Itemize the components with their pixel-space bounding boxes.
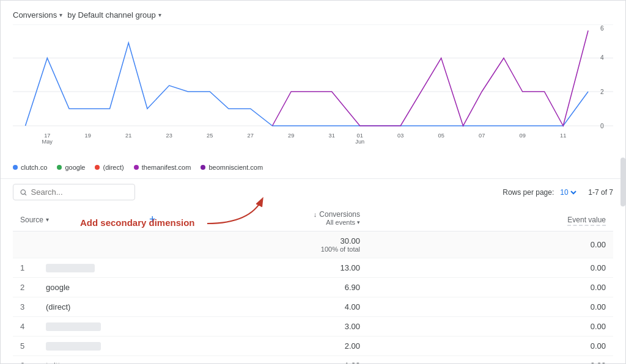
legend-dot-google (57, 165, 62, 170)
row-4-skeleton (46, 322, 101, 331)
svg-text:05: 05 (438, 133, 444, 139)
conversions-sub-label: All events (326, 219, 355, 226)
svg-text:01: 01 (357, 133, 363, 139)
svg-text:23: 23 (166, 133, 172, 139)
legend-dot-beomniscient (201, 165, 205, 170)
legend-item-themanifest[interactable]: themanifest.com (134, 164, 191, 171)
legend-item-google[interactable]: google (57, 164, 85, 171)
svg-text:29: 29 (288, 133, 294, 139)
chart-svg: 0 2 4 6 17 May 19 21 23 25 27 29 31 01 J… (13, 24, 613, 147)
row-6-conversions: 1.00 (245, 356, 367, 365)
svg-text:Jun: Jun (355, 139, 364, 145)
svg-text:6: 6 (600, 25, 604, 32)
source-col-arrow[interactable]: ▾ (46, 216, 49, 223)
svg-line-25 (24, 194, 26, 195)
svg-text:31: 31 (329, 133, 335, 139)
row-num-5: 5 (20, 341, 39, 351)
search-input[interactable] (31, 187, 128, 197)
legend-item-clutch[interactable]: clutch.co (13, 164, 47, 171)
row-2-conversions: 6.90 (245, 278, 367, 297)
row-4-source: 4 (13, 317, 245, 337)
conversions-sub-arrow[interactable]: ▾ (357, 219, 360, 225)
chart-header: Conversions ▾ by Default channel group ▾ (1, 1, 625, 24)
svg-text:19: 19 (85, 133, 91, 139)
row-3-conversions: 4.00 (245, 297, 367, 317)
legend-label-themanifest: themanifest.com (142, 164, 191, 171)
row-num-1: 1 (20, 263, 39, 272)
svg-text:2: 2 (600, 89, 604, 95)
row-4-event-value: 0.00 (367, 317, 613, 337)
svg-text:27: 27 (248, 133, 254, 139)
legend-dot-direct (95, 165, 100, 170)
svg-text:09: 09 (520, 133, 526, 139)
total-label (13, 231, 245, 258)
row-3-event-value: 0.00 (367, 297, 613, 317)
svg-text:4: 4 (600, 54, 604, 61)
sort-arrow: ↓ (314, 211, 317, 218)
legend: clutch.co google (direct) themanifest.co… (1, 159, 625, 178)
chart-by-label: by Default channel group (67, 10, 156, 20)
table-row: 6 twitter 1.00 0.00 (13, 356, 613, 365)
svg-text:07: 07 (479, 133, 485, 139)
chart-by-arrow[interactable]: ▾ (158, 12, 161, 18)
total-event-value: 0.00 (367, 231, 613, 258)
page-info: 1-7 of 7 (588, 188, 613, 197)
row-num-6: 6 (20, 361, 39, 364)
row-6-event-value: 0.00 (367, 356, 613, 365)
search-icon (20, 188, 28, 197)
row-6-source: 6 twitter (13, 356, 245, 365)
row-2-label: google (46, 283, 70, 292)
table-row: 1 13.00 0.00 (13, 258, 613, 278)
chart-area: 0 2 4 6 17 May 19 21 23 25 27 29 31 01 J… (1, 24, 625, 159)
row-3-source: 3 (direct) (13, 297, 245, 317)
rows-per-page-select[interactable]: 10 25 50 (558, 187, 578, 197)
total-row: 30.00 100% of total 0.00 (13, 231, 613, 258)
total-conversions: 30.00 100% of total (245, 231, 367, 258)
search-box[interactable] (13, 184, 135, 200)
legend-item-direct[interactable]: (direct) (95, 164, 123, 171)
scrollbar[interactable] (620, 158, 625, 206)
svg-text:0: 0 (600, 123, 604, 129)
svg-point-24 (21, 189, 25, 194)
legend-dot-themanifest (134, 165, 139, 170)
chart-title[interactable]: Conversions (13, 10, 57, 20)
legend-label-direct: (direct) (103, 164, 123, 171)
row-1-skeleton (46, 264, 95, 272)
table-row: 2 google 6.90 0.00 (13, 278, 613, 297)
table-container: Source ▾ + ↓ Conversions All ev (1, 205, 625, 364)
row-5-skeleton (46, 342, 101, 351)
source-col-label: Source (20, 216, 43, 224)
svg-text:11: 11 (560, 133, 566, 139)
col-header-conversions[interactable]: ↓ Conversions All events ▾ (245, 205, 367, 231)
event-value-col-label: Event value (567, 216, 606, 226)
row-5-event-value: 0.00 (367, 337, 613, 356)
svg-text:03: 03 (397, 133, 403, 139)
data-table: Source ▾ + ↓ Conversions All ev (13, 205, 613, 364)
svg-text:May: May (42, 139, 53, 145)
table-row: 5 2.00 0.00 (13, 337, 613, 356)
add-secondary-plus[interactable]: + (149, 213, 156, 226)
legend-label-google: google (65, 164, 85, 171)
rows-per-page-label: Rows per page: (503, 188, 554, 197)
row-5-conversions: 2.00 (245, 337, 367, 356)
row-num-4: 4 (20, 322, 39, 331)
row-num-3: 3 (20, 302, 39, 311)
chart-title-arrow[interactable]: ▾ (59, 12, 62, 18)
rows-per-page: Rows per page: 10 25 50 (503, 187, 578, 197)
conversions-col-label: Conversions (319, 210, 360, 219)
svg-text:25: 25 (207, 133, 213, 139)
row-1-conversions: 13.00 (245, 258, 367, 278)
legend-label-beomniscient: beomniscient.com (208, 164, 263, 171)
row-4-conversions: 3.00 (245, 317, 367, 337)
row-3-label: (direct) (46, 302, 70, 311)
legend-label-clutch: clutch.co (21, 164, 47, 171)
row-2-source: 2 google (13, 278, 245, 297)
legend-item-beomniscient[interactable]: beomniscient.com (201, 164, 263, 171)
legend-dot-clutch (13, 165, 18, 170)
row-6-label: twitter (46, 361, 67, 364)
row-2-event-value: 0.00 (367, 278, 613, 297)
row-1-event-value: 0.00 (367, 258, 613, 278)
main-container: Conversions ▾ by Default channel group ▾… (0, 0, 626, 364)
toolbar: Rows per page: 10 25 50 1-7 of 7 (1, 178, 625, 205)
col-header-source[interactable]: Source ▾ + (13, 205, 245, 231)
